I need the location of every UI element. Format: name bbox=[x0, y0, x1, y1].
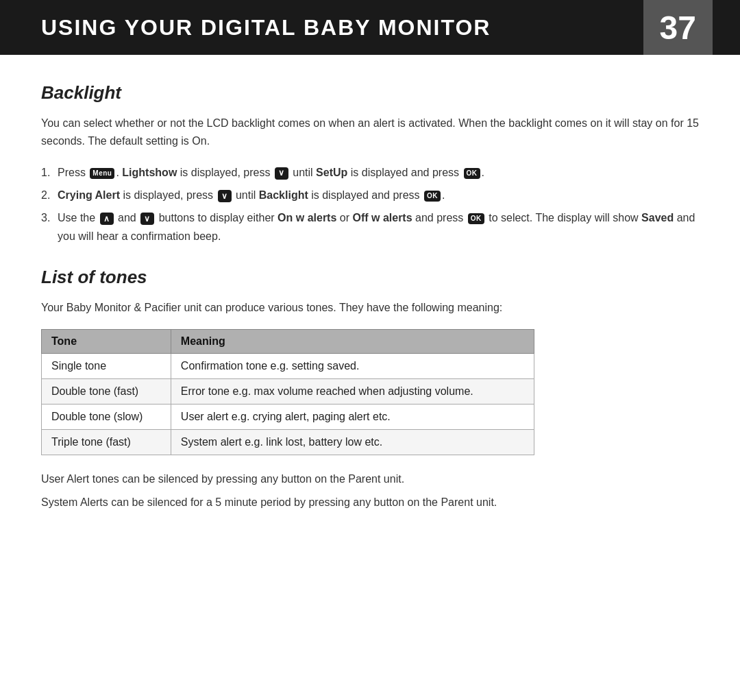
tones-table-body: Single tone Confirmation tone e.g. setti… bbox=[42, 353, 534, 455]
table-row: Triple tone (fast) System alert e.g. lin… bbox=[42, 429, 534, 455]
footnote-2: System Alerts can be silenced for a 5 mi… bbox=[41, 494, 699, 511]
meaning-triple-fast: System alert e.g. link lost, battery low… bbox=[171, 429, 534, 455]
tone-single: Single tone bbox=[42, 353, 171, 378]
col-header-meaning: Meaning bbox=[171, 329, 534, 353]
ok-button-3: OK bbox=[468, 213, 484, 224]
table-row: Single tone Confirmation tone e.g. setti… bbox=[42, 353, 534, 378]
tones-paragraph: Your Baby Monitor & Pacifier unit can pr… bbox=[41, 299, 699, 317]
instruction-3-num: 3. bbox=[41, 208, 55, 227]
instruction-2-text: Crying Alert is displayed, press until B… bbox=[58, 186, 699, 204]
footnotes: User Alert tones can be silenced by pres… bbox=[41, 470, 699, 512]
table-header-row: Tone Meaning bbox=[42, 329, 534, 353]
table-row: Double tone (slow) User alert e.g. cryin… bbox=[42, 404, 534, 429]
down-arrow-button-1 bbox=[275, 167, 288, 180]
meaning-single: Confirmation tone e.g. setting saved. bbox=[171, 353, 534, 378]
tone-triple-fast: Triple tone (fast) bbox=[42, 429, 171, 455]
list-of-tones-section: List of tones Your Baby Monitor & Pacifi… bbox=[41, 267, 699, 512]
ok-button-2: OK bbox=[424, 191, 441, 202]
table-row: Double tone (fast) Error tone e.g. max v… bbox=[42, 378, 534, 404]
tones-title: List of tones bbox=[41, 267, 699, 288]
header-title: USING YOUR DIGITAL BABY MONITOR bbox=[41, 15, 491, 40]
meaning-double-fast: Error tone e.g. max volume reached when … bbox=[171, 378, 534, 404]
tone-double-slow: Double tone (slow) bbox=[42, 404, 171, 429]
up-arrow-button bbox=[100, 213, 114, 225]
page-header: USING YOUR DIGITAL BABY MONITOR 37 bbox=[0, 0, 740, 55]
tones-table: Tone Meaning Single tone Confirmation to… bbox=[41, 329, 534, 455]
footnote-1: User Alert tones can be silenced by pres… bbox=[41, 470, 699, 488]
tone-double-fast: Double tone (fast) bbox=[42, 378, 171, 404]
menu-button: Menu bbox=[90, 168, 114, 179]
backlight-title: Backlight bbox=[41, 82, 699, 104]
instruction-2: 2. Crying Alert is displayed, press unti… bbox=[41, 186, 699, 204]
instruction-1: 1. Press Menu. Lightshow is displayed, p… bbox=[41, 163, 699, 182]
backlight-instructions: 1. Press Menu. Lightshow is displayed, p… bbox=[41, 163, 699, 246]
backlight-paragraph: You can select whether or not the LCD ba… bbox=[41, 114, 699, 151]
instruction-3: 3. Use the and buttons to display either… bbox=[41, 208, 699, 245]
backlight-section: Backlight You can select whether or not … bbox=[41, 82, 699, 246]
instruction-3-text: Use the and buttons to display either On… bbox=[58, 208, 699, 245]
instruction-2-num: 2. bbox=[41, 186, 55, 204]
down-arrow-button-3 bbox=[140, 213, 154, 225]
instruction-1-text: Press Menu. Lightshow is displayed, pres… bbox=[58, 163, 699, 182]
instruction-1-num: 1. bbox=[41, 163, 55, 182]
meaning-double-slow: User alert e.g. crying alert, paging ale… bbox=[171, 404, 534, 429]
col-header-tone: Tone bbox=[42, 329, 171, 353]
page-number: 37 bbox=[643, 0, 713, 55]
down-arrow-button-2 bbox=[218, 190, 232, 202]
ok-button-1: OK bbox=[464, 168, 480, 179]
page-content: Backlight You can select whether or not … bbox=[0, 55, 740, 545]
